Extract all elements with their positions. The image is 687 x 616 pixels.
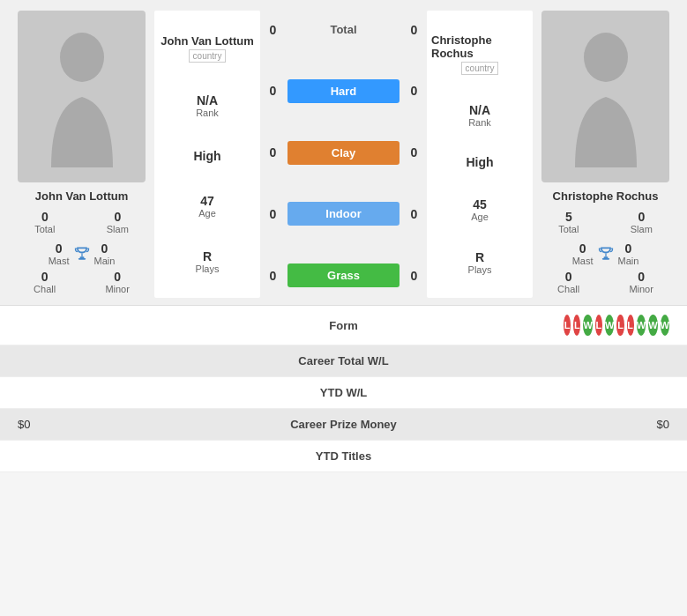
left-age-detail: 47 Age (159, 194, 256, 219)
svg-rect-6 (601, 258, 609, 260)
ytd-titles-label: YTD Titles (123, 449, 564, 463)
form-badge-l: L (595, 315, 602, 336)
left-chall-stat: 0 Chall (34, 270, 56, 294)
right-plays-detail: R Plays (431, 250, 528, 275)
hard-score-left: 0 (262, 84, 284, 98)
right-minor-value: 0 (638, 270, 645, 284)
left-plays-detail: R Plays (159, 249, 256, 274)
left-player-avatar (18, 11, 146, 182)
ytd-wl-label: YTD W/L (123, 386, 564, 399)
left-trophy-row: 0 Mast 0 Main (49, 241, 116, 266)
svg-point-4 (584, 33, 628, 82)
left-chall-minor-row: 0 Chall 0 Minor (9, 270, 154, 294)
left-mast-value: 0 (56, 241, 63, 256)
left-main-stat: 0 Main (94, 241, 116, 266)
total-label: Total (284, 18, 403, 41)
left-name-detail-text: John Van Lottum (161, 34, 253, 48)
right-high-detail: High (431, 155, 528, 169)
right-player-name: Christophe Rochus (553, 189, 659, 203)
indoor-score-right: 0 (403, 207, 425, 221)
right-trophy-row: 0 Mast 0 Main (572, 241, 639, 266)
clay-surface-btn[interactable]: Clay (287, 141, 400, 165)
grass-score-left: 0 (262, 269, 284, 283)
right-chall-stat: 0 Chall (557, 270, 579, 294)
right-name-detail: Christophe Rochus country (431, 33, 528, 75)
left-trophy-icon (73, 245, 91, 263)
right-high-value: High (466, 155, 493, 169)
right-total-slam-row: 5 Total 0 Slam (533, 210, 678, 234)
right-detail-panel: Christophe Rochus country N/A Rank High … (427, 11, 533, 298)
career-prize-row: $0 Career Prize Money $0 (0, 409, 687, 441)
form-badge-w: W (637, 315, 646, 336)
left-player-name: John Van Lottum (35, 189, 128, 203)
svg-rect-1 (79, 256, 84, 258)
left-plays-value: R (203, 249, 212, 263)
left-rank-value: N/A (197, 93, 218, 108)
ytd-titles-row: YTD Titles (0, 441, 687, 472)
form-badge-l: L (573, 315, 580, 336)
indoor-surface-row: 0 Indoor 0 (262, 202, 425, 226)
career-wl-label: Career Total W/L (123, 354, 564, 367)
left-age-label: Age (198, 208, 216, 219)
total-score-left: 0 (262, 23, 284, 37)
left-minor-value: 0 (114, 270, 121, 284)
svg-point-0 (60, 33, 104, 82)
clay-surface-row: 0 Clay 0 (262, 141, 425, 165)
left-age-value: 47 (200, 194, 214, 208)
hard-surface-row: 0 Hard 0 (262, 79, 425, 103)
form-badge-l: L (564, 315, 571, 336)
right-mast-stat: 0 Mast (572, 241, 594, 266)
form-badge-l: L (627, 315, 634, 336)
form-badge-l: L (616, 315, 624, 336)
left-mast-stat: 0 Mast (49, 241, 70, 266)
left-total-stat: 0 Total (34, 210, 55, 234)
indoor-surface-btn[interactable]: Indoor (287, 202, 400, 226)
right-slam-stat: 0 Slam (631, 210, 653, 234)
left-slam-stat: 0 Slam (107, 210, 129, 234)
surface-area: 0 Total 0 0 Hard 0 0 Clay 0 0 (262, 11, 425, 298)
svg-rect-2 (78, 258, 85, 260)
total-score-right: 0 (403, 23, 425, 37)
hard-surface-btn[interactable]: Hard (287, 79, 400, 103)
right-plays-value: R (475, 250, 484, 264)
left-rank-detail: N/A Rank (159, 93, 256, 118)
form-badge-w: W (583, 315, 592, 336)
right-age-detail: 45 Age (431, 197, 528, 222)
grass-surface-btn[interactable]: Grass (287, 263, 400, 287)
left-slam-value: 0 (114, 210, 121, 224)
left-main-value: 0 (101, 241, 108, 256)
left-plays-label: Plays (196, 263, 220, 274)
left-main-label: Main (94, 256, 116, 266)
right-player-card: Christophe Rochus 5 Total 0 Slam 0 Mast (533, 11, 678, 298)
hard-score-right: 0 (403, 84, 425, 98)
right-main-value: 0 (625, 241, 632, 256)
top-section: John Van Lottum 0 Total 0 Slam 0 Mast (0, 0, 687, 305)
right-chall-value: 0 (565, 270, 572, 284)
right-minor-stat: 0 Minor (629, 270, 653, 294)
right-mast-label: Mast (572, 256, 594, 266)
left-player-card: John Van Lottum 0 Total 0 Slam 0 Mast (9, 11, 154, 298)
grass-surface-row: 0 Grass 0 (262, 263, 425, 287)
form-badge-w: W (648, 315, 657, 336)
left-rank-label: Rank (196, 108, 219, 118)
svg-rect-5 (603, 256, 608, 258)
right-chall-minor-row: 0 Chall 0 Minor (533, 270, 678, 294)
left-total-slam-row: 0 Total 0 Slam (9, 210, 154, 234)
career-wl-row: Career Total W/L (0, 345, 687, 377)
left-total-value: 0 (41, 210, 49, 224)
form-badges-container: LLWLWLLWWW (564, 315, 669, 336)
bottom-section: Form LLWLWLLWWW Career Total W/L YTD W/L… (0, 305, 687, 472)
form-row: Form LLWLWLLWWW (0, 306, 687, 345)
right-rank-value: N/A (469, 103, 490, 117)
left-minor-stat: 0 Minor (105, 270, 130, 294)
right-total-label: Total (558, 224, 579, 234)
right-minor-label: Minor (629, 284, 653, 294)
left-name-detail: John Van Lottum country (159, 34, 256, 63)
right-plays-label: Plays (468, 264, 492, 275)
left-high-detail: High (159, 149, 256, 163)
right-main-label: Main (618, 256, 639, 266)
right-player-avatar (541, 11, 669, 182)
left-detail-panel: John Van Lottum country N/A Rank High 47… (154, 11, 260, 298)
form-badges: LLWLWLLWWW (564, 315, 669, 336)
form-badge-w: W (661, 315, 669, 336)
